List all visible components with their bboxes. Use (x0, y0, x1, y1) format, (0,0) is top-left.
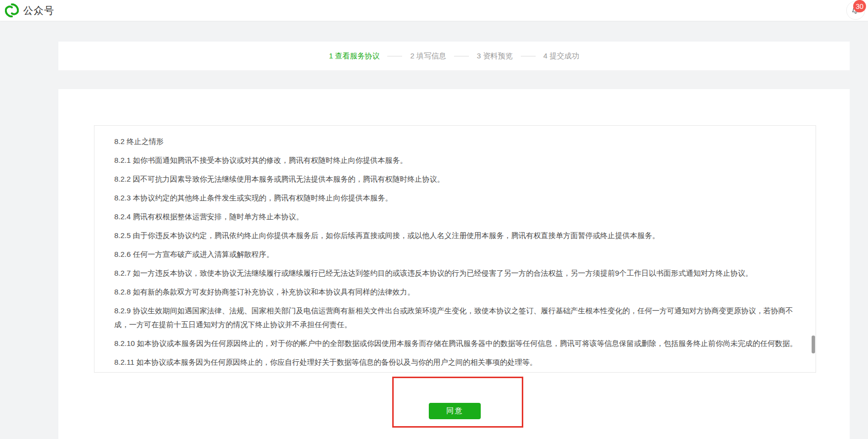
top-header: 公众号 30 (0, 0, 868, 21)
agreement-panel: 8.2 终止之情形 8.2.1 如你书面通知腾讯不接受本协议或对其的修改，腾讯有… (58, 89, 850, 439)
agreement-paragraph: 8.2.2 因不可抗力因素导致你无法继续使用本服务或腾讯无法提供本服务的，腾讯有… (114, 172, 801, 186)
agree-button[interactable]: 同意 (429, 403, 481, 419)
agreement-paragraph: 8.2 终止之情形 (114, 135, 801, 148)
step-preview: 3 资料预览 (477, 51, 513, 61)
step-separator (387, 56, 402, 56)
agreement-paragraph: 8.2.10 如本协议或本服务因为任何原因终止的，对于你的帐户中的全部数据或你因… (114, 337, 801, 350)
agreement-paragraph: 8.2.8 如有新的条款双方可友好协商签订补充协议，补充协议和本协议具有同样的法… (114, 285, 801, 299)
agreement-paragraph: 8.2.3 本协议约定的其他终止条件发生或实现的，腾讯有权随时终止向你提供本服务… (114, 191, 801, 205)
agreement-paragraph: 8.2.4 腾讯有权根据整体运营安排，随时单方终止本协议。 (114, 210, 801, 224)
agreement-paragraph: 8.2.6 任何一方宣布破产或进入清算或解散程序。 (114, 247, 801, 261)
agreement-paragraph: 8.2.7 如一方违反本协议，致使本协议无法继续履行或继续履行已经无法达到签约目… (114, 266, 801, 280)
agreement-paragraph: 8.2.5 由于你违反本协议约定，腾讯依约终止向你提供本服务后，如你后续再直接或… (114, 229, 801, 243)
brand-logo-link[interactable]: 公众号 (5, 0, 54, 21)
step-view-agreement: 1 查看服务协议 (329, 51, 380, 61)
step-success: 4 提交成功 (544, 51, 580, 61)
scrollbar-thumb[interactable] (812, 336, 815, 353)
brand-title: 公众号 (23, 4, 54, 17)
agreement-scroll-area[interactable]: 8.2 终止之情形 8.2.1 如你书面通知腾讯不接受本协议或对其的修改，腾讯有… (94, 125, 816, 373)
notification-count-badge[interactable]: 30 (853, 0, 866, 12)
agreement-paragraph: 8.2.1 如你书面通知腾讯不接受本协议或对其的修改，腾讯有权随时终止向你提供本… (114, 153, 801, 167)
agreement-paragraph: 8.2.9 协议生效期间如遇国家法律、法规、国家相关部门及电信运营商有新相关文件… (114, 304, 801, 332)
step-fill-info: 2 填写信息 (410, 51, 446, 61)
registration-step-bar: 1 查看服务协议 2 填写信息 3 资料预览 4 提交成功 (58, 42, 850, 70)
agreement-paragraph: 8.2.11 如本协议或本服务因为任何原因终止的，你应自行处理好关于数据等信息的… (114, 355, 801, 369)
wechat-official-account-logo-icon (5, 3, 19, 17)
step-separator (521, 56, 536, 56)
step-separator (454, 56, 469, 56)
